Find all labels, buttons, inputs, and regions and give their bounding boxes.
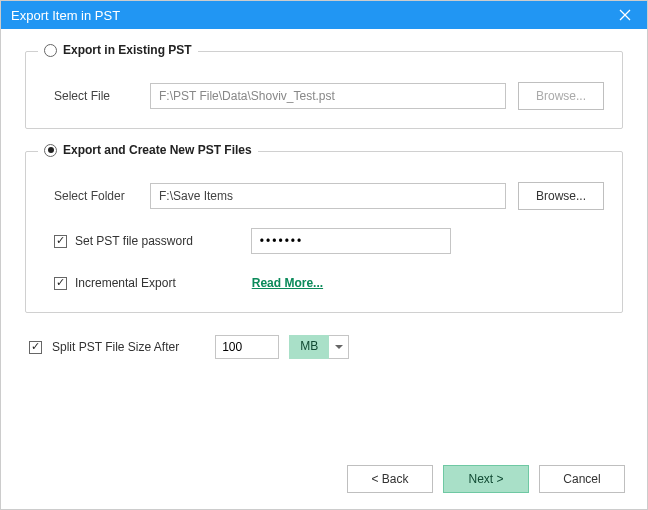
next-button[interactable]: Next > xyxy=(443,465,529,493)
row-split-size: Split PST File Size After MB xyxy=(29,335,623,359)
browse-existing-button: Browse... xyxy=(518,82,604,110)
input-select-file xyxy=(150,83,506,109)
row-select-file: Select File Browse... xyxy=(54,82,604,110)
close-icon xyxy=(619,9,631,21)
row-incremental: Incremental Export Read More... xyxy=(54,276,604,290)
label-incremental: Incremental Export xyxy=(75,276,176,290)
footer-buttons: < Back Next > Cancel xyxy=(347,465,625,493)
split-unit-value: MB xyxy=(289,335,329,359)
window-title: Export Item in PST xyxy=(11,8,120,23)
content-area: Export in Existing PST Select File Brows… xyxy=(1,29,647,369)
input-split-size[interactable] xyxy=(215,335,279,359)
back-button[interactable]: < Back xyxy=(347,465,433,493)
titlebar: Export Item in PST xyxy=(1,1,647,29)
select-split-unit[interactable]: MB xyxy=(289,335,349,359)
group-existing-pst: Export in Existing PST Select File Brows… xyxy=(25,51,623,129)
chevron-down-icon xyxy=(335,345,343,350)
browse-create-button[interactable]: Browse... xyxy=(518,182,604,210)
close-button[interactable] xyxy=(603,1,647,29)
group-existing-legend[interactable]: Export in Existing PST xyxy=(38,43,198,57)
legend-create-label: Export and Create New PST Files xyxy=(63,143,252,157)
input-select-folder[interactable] xyxy=(150,183,506,209)
label-split: Split PST File Size After xyxy=(52,340,179,354)
cancel-button[interactable]: Cancel xyxy=(539,465,625,493)
group-create-pst: Export and Create New PST Files Select F… xyxy=(25,151,623,313)
radio-create-pst[interactable] xyxy=(44,144,57,157)
split-unit-dropdown-button[interactable] xyxy=(329,335,349,359)
row-select-folder: Select Folder Browse... xyxy=(54,182,604,210)
checkbox-incremental[interactable] xyxy=(54,277,67,290)
checkbox-split[interactable] xyxy=(29,341,42,354)
input-password[interactable] xyxy=(251,228,451,254)
label-select-folder: Select Folder xyxy=(54,189,138,203)
label-password-checkbox: Set PST file password xyxy=(75,234,193,248)
legend-existing-label: Export in Existing PST xyxy=(63,43,192,57)
radio-existing-pst[interactable] xyxy=(44,44,57,57)
checkbox-password[interactable] xyxy=(54,235,67,248)
row-password: Set PST file password xyxy=(54,228,604,254)
link-read-more[interactable]: Read More... xyxy=(252,276,323,290)
group-create-legend[interactable]: Export and Create New PST Files xyxy=(38,143,258,157)
label-select-file: Select File xyxy=(54,89,138,103)
